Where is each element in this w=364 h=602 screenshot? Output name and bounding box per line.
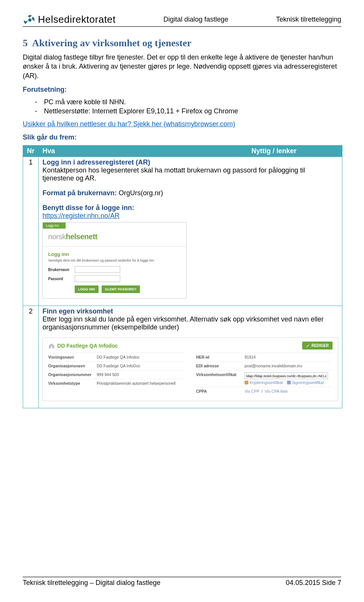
login-screenshot: Logg inn norskhelsenett Logg inn Vennlig… xyxy=(42,222,187,299)
format-label: Format på brukernavn: xyxy=(42,189,117,197)
instructions-table: Nr Hva Nyttig / lenker 1 Logg inn i adre… xyxy=(23,145,342,408)
orgnavn-key: Organisasjonsnavn xyxy=(48,364,97,368)
list-item: Nettleserstøtte: Internett Explorer E9,1… xyxy=(35,107,341,116)
brand: Helsedirektoratet xyxy=(23,14,116,25)
virktype-key: Virksomhetstype xyxy=(48,381,97,386)
vis-cpa-link[interactable]: Vis CPA-liste xyxy=(265,389,287,393)
orgnavn-val: DD Fastlege QA InfoDoc xyxy=(97,364,185,368)
username-input[interactable] xyxy=(75,266,120,273)
section-number: 5 xyxy=(23,38,28,49)
slik-heading: Slik går du frem: xyxy=(23,133,341,141)
visningsnavn-key: Visningsnavn xyxy=(48,355,97,359)
rediger-label: REDIGER xyxy=(311,343,329,348)
sert-key: Virksomhetssertifikat xyxy=(196,372,245,377)
vis-cpp-link[interactable]: Vis CPP xyxy=(245,389,259,393)
logo-icon xyxy=(23,14,36,25)
row-title: Logg inn i adresseregisteret (AR) xyxy=(42,158,338,166)
password-input[interactable] xyxy=(75,275,120,282)
svg-point-0 xyxy=(28,18,31,22)
ldap-input[interactable] xyxy=(245,372,328,379)
ar-url-link[interactable]: https://register.nhn.no/AR xyxy=(42,212,119,219)
visningsnavn-val: DD Fastlege QA Infodoc xyxy=(97,355,185,359)
login-form: Logg inn Vennligst skriv inn ditt bruker… xyxy=(43,247,186,298)
login-tab: Logg inn xyxy=(43,223,66,229)
benytt-label: Benytt disse for å logge inn: xyxy=(42,204,338,212)
brand-name: Helsedirektoratet xyxy=(38,14,116,25)
nhn-brand-1: norsk xyxy=(48,232,66,241)
list-item: PC må være koble til NHN. xyxy=(35,97,341,107)
table-row: 2 Finn egen virksomhet Etter logg inn sk… xyxy=(23,306,342,408)
virk-titlebar: DD Fastlege QA Infodoc REDIGER xyxy=(48,342,333,350)
edi-val: post@noname.invaliddomain.inv xyxy=(245,364,333,368)
virk-left-col: VisningsnavnDD Fastlege QA Infodoc Organ… xyxy=(48,353,185,395)
row-content: Logg inn i adresseregisteret (AR) Kontak… xyxy=(39,157,342,306)
footer-right: 04.05.2015 Side 7 xyxy=(286,579,341,587)
section-title: Aktivering av virksomhet og tjenester xyxy=(32,38,191,49)
herid-val: 91814 xyxy=(245,355,333,359)
format-value: OrgUrs(org.nr) xyxy=(119,189,163,197)
row-body: Etter logg inn skal du lande på egen vir… xyxy=(42,315,338,331)
orgnr-key: Organisasjonsnummer xyxy=(48,372,97,377)
username-label: Brukernavn xyxy=(48,268,75,272)
row-nr: 2 xyxy=(23,306,39,408)
cert-icon xyxy=(287,381,291,384)
doc-header: Helsedirektoratet Digital dialog fastleg… xyxy=(23,14,341,27)
cppa-val: Vis CPP / Vis CPA-liste xyxy=(245,389,333,393)
password-label: Passord xyxy=(48,277,75,281)
virktype-val: Privatpraktiserende autorisert helsepers… xyxy=(97,381,185,386)
krypt-sert-link[interactable]: Krypteringssertifikat xyxy=(249,381,283,385)
col-nr: Nr xyxy=(23,146,39,157)
virksomhet-screenshot: DD Fastlege QA Infodoc REDIGER Visningsn… xyxy=(42,337,338,401)
orgnr-val: 999 944 503 xyxy=(97,372,185,377)
pencil-icon xyxy=(306,344,310,348)
header-right: Teknisk tilrettelegging xyxy=(276,16,341,24)
cert-icon xyxy=(245,381,248,384)
row-nr: 1 xyxy=(23,157,39,306)
footer-left: Teknisk tilrettelegging – Digital dialog… xyxy=(23,579,160,587)
table-row: 1 Logg inn i adresseregisteret (AR) Kont… xyxy=(23,157,342,306)
herid-key: HER-id xyxy=(196,355,245,359)
nhn-brand: norskhelsenett xyxy=(43,229,186,247)
header-center: Digital dialog fastlege xyxy=(163,16,228,24)
browser-check-link[interactable]: Usikker på hvilken nettleser du har? Sje… xyxy=(23,120,235,128)
col-hva: Hva xyxy=(39,146,248,157)
doc-footer: Teknisk tilrettelegging – Digital dialog… xyxy=(23,577,341,587)
col-lenker: Nyttig / lenker xyxy=(248,146,342,157)
virk-right-col: HER-id91814 EDI adressepost@noname.inval… xyxy=(196,353,333,395)
login-title: Logg inn xyxy=(48,251,181,257)
row-body: Kontaktperson hos legesenteret skal ha m… xyxy=(42,166,338,182)
edi-key: EDI adresse xyxy=(196,364,245,368)
virk-title: DD Fastlege QA Infodoc xyxy=(57,343,118,349)
section-heading: 5 Aktivering av virksomhet og tjenester xyxy=(23,38,341,49)
sign-sert-link[interactable]: Signeringssertifikat xyxy=(292,381,324,385)
forgot-password-button[interactable]: GLEMT PASSORD? xyxy=(102,285,140,293)
forutsetning-list: PC må være koble til NHN. Nettleserstøtt… xyxy=(23,97,341,116)
login-instr: Vennligst skriv inn ditt brukernavn og p… xyxy=(48,259,181,262)
nhn-brand-2: helsenett xyxy=(66,232,97,241)
forutsetning-heading: Forutsetning: xyxy=(23,86,341,94)
rediger-button[interactable]: REDIGER xyxy=(302,342,333,350)
home-icon xyxy=(48,343,55,349)
intro-paragraph: Digital dialog fastlege tilbyr fire tjen… xyxy=(23,53,341,80)
row-content: Finn egen virksomhet Etter logg inn skal… xyxy=(39,306,342,408)
login-button[interactable]: LOGG INN xyxy=(75,285,99,293)
virk-title-group: DD Fastlege QA Infodoc xyxy=(48,343,118,349)
sert-val: Krypteringssertifikat Signeringssertifik… xyxy=(245,372,333,385)
cppa-key: CPPA xyxy=(196,389,245,393)
row-title: Finn egen virksomhet xyxy=(42,307,338,315)
